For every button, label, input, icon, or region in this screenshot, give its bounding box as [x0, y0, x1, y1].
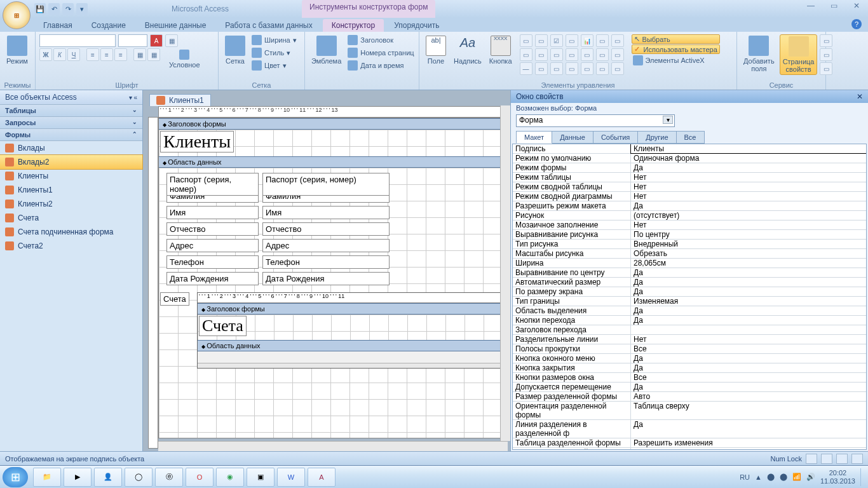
nav-item-form[interactable]: Вклады2	[0, 154, 143, 170]
tab-database[interactable]: Работа с базами данных	[216, 19, 321, 32]
property-value[interactable]: Да	[631, 201, 866, 210]
tray-icon[interactable]: ⬤	[767, 473, 775, 481]
property-value[interactable]: Только форма	[631, 448, 866, 450]
property-sheet-button[interactable]: Страница свойств	[780, 34, 818, 75]
ctrl-icon[interactable]: ▭	[566, 34, 578, 47]
nav-item-form[interactable]: Клиенты	[0, 169, 142, 183]
ctrl-icon[interactable]: ▭	[611, 34, 624, 47]
font-name-combo[interactable]	[39, 34, 116, 47]
bold-button[interactable]: Ж	[39, 48, 52, 61]
property-value[interactable]: Да	[631, 316, 866, 325]
field-control[interactable]: Адрес	[262, 239, 390, 252]
gridlines-icon[interactable]: ▦	[165, 34, 178, 47]
property-row[interactable]: Автоматический размерДа	[513, 278, 866, 287]
property-value[interactable]: 28,065см	[631, 259, 866, 268]
scrollbar-vertical[interactable]	[500, 105, 510, 441]
ctrl-icon[interactable]: ▭	[596, 48, 609, 61]
property-value[interactable]: Внедренный	[631, 240, 866, 248]
property-row[interactable]: Режим по умолчаниюОдиночная форма	[513, 154, 866, 163]
tab-home[interactable]: Главная	[34, 19, 81, 32]
ctrl-icon[interactable]: ▭	[520, 48, 532, 61]
field-label[interactable]: Отчество	[166, 222, 259, 236]
view-form-icon[interactable]	[806, 454, 817, 464]
section-header-bar[interactable]: Заголовок формы	[159, 118, 507, 130]
property-row[interactable]: Тип рисункаВнедренный	[513, 240, 866, 249]
tray-volume-icon[interactable]: 🔊	[806, 473, 815, 481]
property-value[interactable]: Нет	[631, 182, 866, 191]
field-control[interactable]: Имя	[262, 206, 390, 219]
tab-create[interactable]: Создание	[83, 19, 135, 32]
field-control[interactable]: Паспорт (серия, номер)	[262, 173, 390, 196]
qat-customize-icon[interactable]: ▾	[76, 3, 88, 15]
field-label[interactable]: Телефон	[166, 255, 259, 269]
alt-fill-icon[interactable]: ▦	[147, 48, 160, 61]
property-value[interactable]: Да	[631, 163, 866, 172]
field-label[interactable]: Паспорт (серия, номер)	[166, 173, 259, 196]
activex-button[interactable]: Элементы ActiveX	[632, 55, 720, 66]
button-control[interactable]: XXXXКнопка	[487, 34, 515, 66]
property-row[interactable]: Заголовок перехода	[513, 325, 866, 335]
view-button[interactable]: Режим	[4, 34, 31, 66]
task-explorer[interactable]: 📁	[33, 468, 61, 487]
document-tab[interactable]: Клиенты1	[149, 94, 211, 106]
ctrl-icon[interactable]: ▭	[535, 62, 548, 75]
field-control[interactable]: Телефон	[262, 255, 390, 269]
subform-scrollbar[interactable]	[198, 363, 504, 368]
tray-network-icon[interactable]: 📶	[792, 473, 801, 481]
nav-group-queries[interactable]: Запросы⌄	[0, 117, 142, 129]
task-access[interactable]: A	[308, 468, 336, 487]
prop-tab-layout[interactable]: Макет	[516, 131, 552, 144]
task-app[interactable]: 👤	[94, 468, 122, 487]
ctrl-icon[interactable]: ▭	[535, 48, 548, 61]
nav-group-forms[interactable]: Формы⌃	[0, 129, 142, 141]
property-row[interactable]: ПодписьКлиенты	[513, 144, 866, 154]
prop-tab-all[interactable]: Все	[676, 131, 705, 144]
property-value[interactable]: Да	[631, 278, 866, 287]
property-row[interactable]: Ширина28,065см	[513, 259, 866, 268]
property-value[interactable]: Клиенты	[631, 144, 866, 153]
taskbar-clock[interactable]: 20:0211.03.2013	[820, 469, 855, 484]
property-row[interactable]: По размеру экранаДа	[513, 287, 866, 297]
property-value[interactable]: Да	[631, 383, 866, 391]
start-button[interactable]: ⊞	[3, 467, 28, 487]
add-fields-button[interactable]: Добавить поля	[741, 34, 777, 74]
property-value[interactable]	[631, 325, 866, 334]
property-row[interactable]: Выравнивание по центруДа	[513, 268, 866, 278]
property-row[interactable]: Таблица разделенной формыРазрешить измен…	[513, 438, 866, 448]
property-value[interactable]: Все	[631, 344, 866, 353]
undo-icon[interactable]: ↶	[48, 3, 60, 15]
property-row[interactable]: Печать разделенной формыТолько форма	[513, 448, 866, 450]
help-icon[interactable]: ?	[851, 19, 862, 29]
property-row[interactable]: Линия разделения в разделенной фДа	[513, 420, 866, 438]
property-row[interactable]: Режим таблицыНет	[513, 173, 866, 182]
property-row[interactable]: Рисунок(отсутствует)	[513, 211, 866, 220]
subform-icon[interactable]: ▭	[820, 34, 832, 47]
field-control[interactable]: Дата Рождения	[262, 272, 390, 285]
prop-tab-data[interactable]: Данные	[552, 131, 593, 144]
nav-header[interactable]: Все объекты Access▾ «	[0, 90, 142, 105]
form-title-label[interactable]: Клиенты	[160, 131, 234, 152]
propsheet-close-icon[interactable]: ✕	[857, 92, 863, 101]
property-value[interactable]: Обрезать	[631, 249, 866, 258]
property-row[interactable]: Масштабы рисункаОбрезать	[513, 249, 866, 259]
property-value[interactable]: Да	[631, 354, 866, 363]
grid-button[interactable]: Сетка	[222, 34, 248, 66]
ctrl-icon[interactable]: ▭	[520, 34, 532, 47]
property-value[interactable]: По центру	[631, 230, 866, 239]
field-label[interactable]: Имя	[166, 206, 259, 219]
ctrl-icon[interactable]: —	[520, 62, 532, 75]
field-control[interactable]: Отчество	[262, 222, 390, 236]
property-row[interactable]: Разделительные линииНет	[513, 335, 866, 344]
property-row[interactable]: Область выделенияДа	[513, 306, 866, 316]
ctrl-icon[interactable]: ▭	[611, 62, 624, 75]
property-value[interactable]: Да	[631, 363, 866, 372]
redo-icon[interactable]: ↷	[62, 3, 74, 15]
nav-item-form[interactable]: Счета подчиненная форма	[0, 225, 142, 239]
property-value[interactable]: Да	[631, 306, 866, 315]
nav-item-form[interactable]: Вклады	[0, 141, 142, 155]
font-size-combo[interactable]	[118, 34, 147, 47]
subform-ruler[interactable]: ' ' ' 1 ' ' ' 2 ' ' ' 3 ' ' ' 4 ' ' ' 5 …	[198, 293, 504, 303]
section-detail-bar[interactable]: Область данных	[159, 156, 507, 168]
tab-external[interactable]: Внешние данные	[136, 19, 215, 32]
property-value[interactable]: Нет	[631, 173, 866, 182]
